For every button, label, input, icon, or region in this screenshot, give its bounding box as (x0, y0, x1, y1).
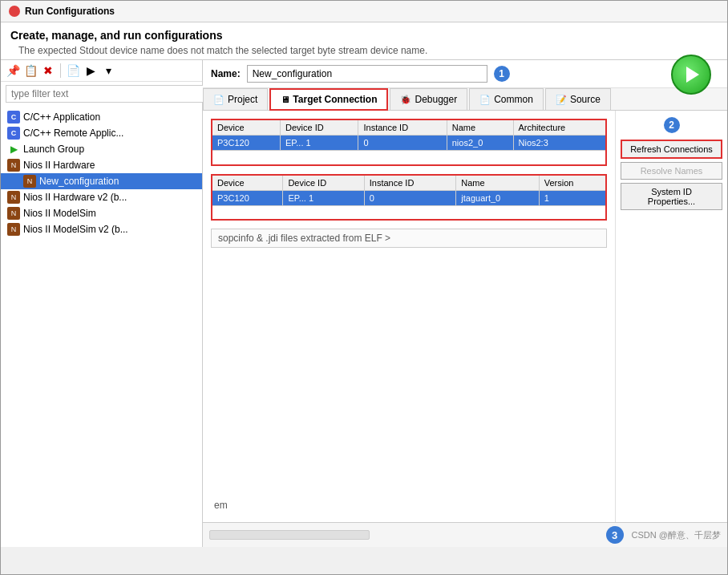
name-label: Name: (211, 68, 241, 79)
tree-item-nios-modelsim[interactable]: N Nios II ModelSim (1, 205, 202, 221)
dropdown-icon[interactable]: ▾ (101, 63, 115, 78)
toolbar-row: 📌 📋 ✖ 📄 ▶ ▾ (1, 60, 202, 82)
run-icon[interactable]: ▶ (83, 63, 98, 78)
side-buttons: 2 Refresh Connections Resolve Names Syst… (615, 111, 727, 522)
connection-panel: Device Device ID Instance ID Name Archit… (203, 111, 615, 522)
top-device-table: Device Device ID Instance ID Name Archit… (211, 119, 607, 166)
cell-arch: Nios2:3 (513, 136, 606, 151)
cell-instance-id-b: 0 (364, 190, 456, 205)
source-tab-icon: 📝 (556, 95, 567, 105)
nios-v2-icon: N (7, 191, 20, 204)
col-instance-id-b: Instance ID (364, 175, 456, 191)
tab-target-connection[interactable]: 🖥 Target Connection (269, 88, 388, 111)
tree-item-label: New_configuration (39, 176, 119, 187)
cpp-remote-icon: C (7, 127, 20, 140)
delete-icon[interactable]: ✖ (41, 63, 55, 78)
right-panel: Name: 1 📄 Project 🖥 Target Connection 🐞 … (203, 60, 727, 547)
tree-item-label: Nios II Hardware (23, 160, 95, 171)
badge-2: 2 (664, 117, 680, 133)
main-layout: 📌 📋 ✖ 📄 ▶ ▾ C C/C++ Application C C/C++ … (1, 60, 727, 547)
warning-text: The expected Stdout device name does not… (10, 45, 718, 56)
resolve-names-button[interactable]: Resolve Names (621, 162, 722, 180)
tree-item-cpp-app[interactable]: C C/C++ Application (1, 109, 202, 125)
pin-icon[interactable]: 📌 (6, 63, 20, 78)
bottom-label: em (211, 496, 607, 514)
tab-common[interactable]: 📄 Common (469, 88, 544, 110)
col-version: Version (539, 175, 606, 191)
nios-modelsim-icon: N (7, 207, 20, 220)
tree-item-label: Nios II Hardware v2 (b... (23, 192, 127, 203)
nios-icon: N (7, 159, 20, 172)
badge-3: 3 (606, 526, 624, 544)
copy-icon[interactable]: 📋 (23, 63, 38, 78)
header-section: Create, manage, and run configurations T… (1, 22, 727, 60)
cell-device-id: EP... 1 (281, 136, 358, 151)
app-icon (9, 6, 20, 17)
cell-name-b: jtaguart_0 (456, 190, 539, 205)
tree-area: C C/C++ Application C C/C++ Remote Appli… (1, 106, 202, 547)
col-device-id: Device ID (281, 119, 358, 136)
left-panel: 📌 📋 ✖ 📄 ▶ ▾ C C/C++ Application C C/C++ … (1, 60, 203, 547)
bottom-text: em (214, 500, 228, 511)
col-name: Name (447, 119, 513, 136)
header-title: Create, manage, and run configurations (10, 29, 718, 42)
target-tab-icon: 🖥 (281, 95, 289, 104)
play-icon (686, 67, 699, 83)
title-bar: Run Configurations (1, 1, 727, 22)
tree-item-label: C/C++ Application (23, 111, 100, 123)
tab-label: Debugger (415, 94, 457, 105)
col-device: Device (212, 119, 281, 136)
system-id-properties-button[interactable]: System ID Properties... (621, 183, 722, 210)
cell-device-b: P3C120 (212, 190, 283, 205)
tree-item-label: Nios II ModelSim v2 (b... (23, 224, 128, 235)
bottom-device-table: Device Device ID Instance ID Name Versio… (211, 174, 607, 221)
badge-1: 1 (494, 66, 510, 82)
new-icon[interactable]: 📄 (66, 63, 80, 78)
name-input[interactable] (247, 65, 487, 83)
content-area: Device Device ID Instance ID Name Archit… (203, 111, 727, 522)
tree-item-nios-hw[interactable]: N Nios II Hardware (1, 157, 202, 173)
run-button[interactable] (671, 55, 711, 95)
bottom-bar: 3 CSDN @醉意、千层梦 (203, 522, 727, 547)
sopcinfo-row: sopcinfo & .jdi files extracted from ELF… (211, 229, 607, 248)
cell-device: P3C120 (212, 136, 281, 151)
tab-label: Project (228, 94, 257, 105)
empty-space (211, 256, 607, 488)
tab-label: Target Connection (293, 94, 377, 105)
tree-item-nios-modelsim-v2[interactable]: N Nios II ModelSim v2 (b... (1, 221, 202, 237)
col-device-id-b: Device ID (283, 175, 364, 191)
tree-item-new-config[interactable]: N New_configuration (1, 173, 202, 189)
col-arch: Architecture (513, 119, 606, 136)
launch-group-icon: ▶ (7, 143, 20, 156)
tabs-row: 📄 Project 🖥 Target Connection 🐞 Debugger… (203, 88, 727, 111)
refresh-connections-button[interactable]: Refresh Connections (621, 140, 722, 159)
tree-item-label: Nios II ModelSim (23, 208, 96, 219)
horizontal-scrollbar[interactable] (209, 530, 370, 540)
cell-name: nios2_0 (447, 136, 513, 151)
filter-input[interactable] (6, 85, 207, 103)
col-instance-id: Instance ID (358, 119, 447, 136)
cfg-icon: N (23, 175, 36, 188)
project-tab-icon: 📄 (213, 95, 224, 105)
tree-item-cpp-remote[interactable]: C C/C++ Remote Applic... (1, 125, 202, 141)
title-label: Run Configurations (25, 6, 115, 17)
tree-item-nios-hw-v2[interactable]: N Nios II Hardware v2 (b... (1, 189, 202, 205)
sopcinfo-text: sopcinfo & .jdi files extracted from ELF… (218, 233, 390, 244)
tree-item-label: Launch Group (23, 144, 84, 155)
tab-project[interactable]: 📄 Project (203, 88, 268, 110)
col-device-b: Device (212, 175, 283, 191)
tab-debugger[interactable]: 🐞 Debugger (390, 88, 467, 110)
common-tab-icon: 📄 (479, 95, 491, 105)
table-row-empty (212, 151, 606, 165)
tree-item-label: C/C++ Remote Applic... (23, 128, 123, 139)
toolbar-separator (60, 63, 61, 78)
tree-item-launch-group[interactable]: ▶ Launch Group (1, 141, 202, 157)
tab-label: Common (494, 94, 533, 105)
cell-version: 1 (539, 190, 606, 205)
tab-source[interactable]: 📝 Source (545, 88, 611, 110)
cell-instance-id: 0 (358, 136, 447, 151)
table-row-bottom[interactable]: P3C120 EP... 1 0 jtaguart_0 1 (212, 190, 606, 205)
cpp-icon: C (7, 111, 20, 124)
table-row[interactable]: P3C120 EP... 1 0 nios2_0 Nios2:3 (212, 136, 606, 151)
name-row: Name: 1 (203, 60, 727, 88)
